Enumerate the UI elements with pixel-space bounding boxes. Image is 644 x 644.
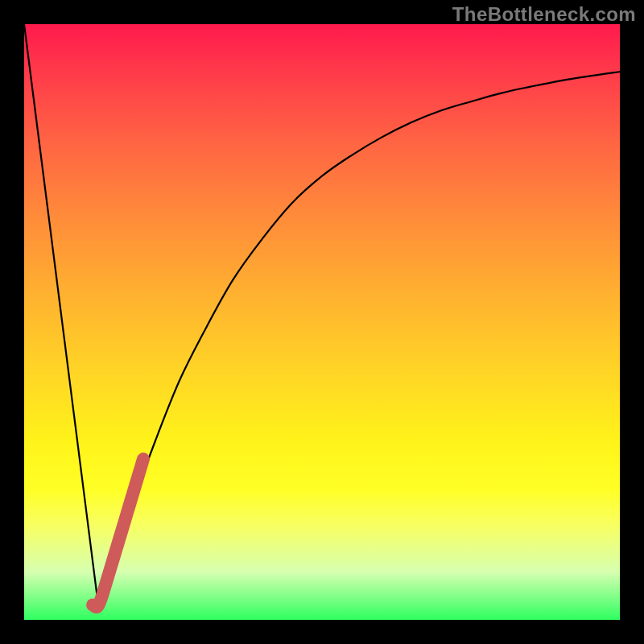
chart-frame: TheBottleneck.com <box>0 0 644 644</box>
plot-area <box>24 24 620 620</box>
curves-svg <box>24 24 620 620</box>
highlight-segment <box>93 459 143 607</box>
left-falling-line <box>24 24 99 608</box>
rising-curve <box>99 72 621 608</box>
watermark-text: TheBottleneck.com <box>452 3 636 26</box>
